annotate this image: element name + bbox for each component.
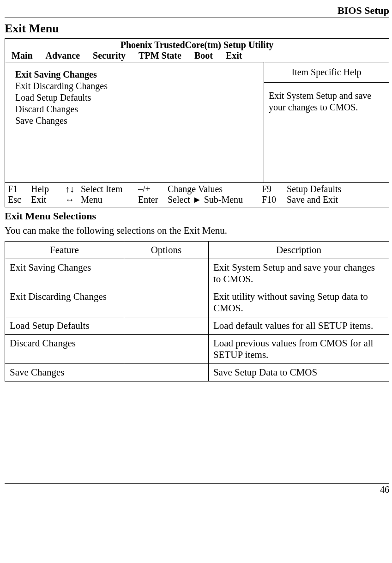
cell-feature: Load Setup Defaults <box>5 317 124 335</box>
header-rule <box>5 18 389 18</box>
menu-item-exit-saving[interactable]: Exit Saving Changes <box>15 69 259 80</box>
footer-rule <box>5 483 389 484</box>
label-exit: Exit <box>31 194 63 205</box>
menu-item-save-changes[interactable]: Save Changes <box>15 115 259 127</box>
tab-main[interactable]: Main <box>12 50 33 61</box>
label-setup-defaults: Setup Defaults <box>287 184 356 194</box>
section-title: Exit Menu <box>5 22 389 36</box>
col-options: Options <box>124 242 208 259</box>
cell-options <box>124 288 208 317</box>
cell-description: Save Setup Data to CMOS <box>208 364 389 381</box>
help-body: Exit System Setup and save your changes … <box>264 83 389 118</box>
key-leftright: ↔ <box>65 194 79 205</box>
table-row: Exit Saving Changes Exit System Setup an… <box>5 259 389 288</box>
bios-key-legend: F1 Help ↑↓ Select Item –/+ Change Values… <box>5 183 389 207</box>
cell-options <box>124 259 208 288</box>
page-footer: 46 <box>5 483 389 495</box>
menu-item-discard-changes[interactable]: Discard Changes <box>15 103 259 115</box>
label-help: Help <box>31 184 63 194</box>
cell-description: Load default values for all SETUP items. <box>208 317 389 335</box>
bios-tabs: Main Advance Security TPM State Boot Exi… <box>5 50 389 62</box>
col-description: Description <box>208 242 389 259</box>
bios-body: Exit Saving Changes Exit Discarding Chan… <box>5 62 389 183</box>
bios-utility-box: Phoenix TrustedCore(tm) Setup Utility Ma… <box>5 38 389 207</box>
intro-text: You can make the following selections on… <box>5 225 389 236</box>
subsection-title: Exit Menu Selections <box>5 210 389 222</box>
cell-description: Load previous values from CMOS for all S… <box>208 335 389 364</box>
page-number: 46 <box>5 484 389 495</box>
table-row: Load Setup Defaults Load default values … <box>5 317 389 335</box>
menu-item-load-defaults[interactable]: Load Setup Defaults <box>15 92 259 103</box>
label-save-and-exit: Save and Exit <box>287 194 356 205</box>
cell-options <box>124 364 208 381</box>
cell-feature: Exit Saving Changes <box>5 259 124 288</box>
help-title: Item Specific Help <box>264 62 389 83</box>
key-f10: F10 <box>262 194 285 205</box>
cell-feature: Save Changes <box>5 364 124 381</box>
cell-feature: Discard Changes <box>5 335 124 364</box>
key-f9: F9 <box>262 184 285 194</box>
label-select-item: Select Item <box>81 184 136 194</box>
tab-tpm-state[interactable]: TPM State <box>139 50 181 61</box>
key-plusminus: –/+ <box>138 184 166 194</box>
key-updown: ↑↓ <box>65 184 79 194</box>
cell-options <box>124 317 208 335</box>
bios-title: Phoenix TrustedCore(tm) Setup Utility <box>5 39 389 50</box>
table-row: Discard Changes Load previous values fro… <box>5 335 389 364</box>
key-f1: F1 <box>8 184 29 194</box>
table-header-row: Feature Options Description <box>5 242 389 259</box>
table-row: Save Changes Save Setup Data to CMOS <box>5 364 389 381</box>
tab-exit[interactable]: Exit <box>226 50 242 61</box>
label-menu: Menu <box>81 194 136 205</box>
key-esc: Esc <box>8 194 29 205</box>
cell-options <box>124 335 208 364</box>
cell-description: Exit utility without saving Setup data t… <box>208 288 389 317</box>
menu-item-exit-discarding[interactable]: Exit Discarding Changes <box>15 80 259 92</box>
tab-boot[interactable]: Boot <box>194 50 213 61</box>
selections-table: Feature Options Description Exit Saving … <box>5 241 389 381</box>
page-header-right: BIOS Setup <box>5 5 389 17</box>
cell-feature: Exit Discarding Changes <box>5 288 124 317</box>
key-enter: Enter <box>138 194 166 205</box>
col-feature: Feature <box>5 242 124 259</box>
bios-menu-list: Exit Saving Changes Exit Discarding Chan… <box>5 62 264 182</box>
label-change-values: Change Values <box>168 184 260 194</box>
help-panel: Item Specific Help Exit System Setup and… <box>264 62 389 182</box>
table-row: Exit Discarding Changes Exit utility wit… <box>5 288 389 317</box>
label-select-submenu: Select ► Sub-Menu <box>168 194 260 205</box>
tab-security[interactable]: Security <box>93 50 126 61</box>
tab-advance[interactable]: Advance <box>46 50 80 61</box>
cell-description: Exit System Setup and save your changes … <box>208 259 389 288</box>
